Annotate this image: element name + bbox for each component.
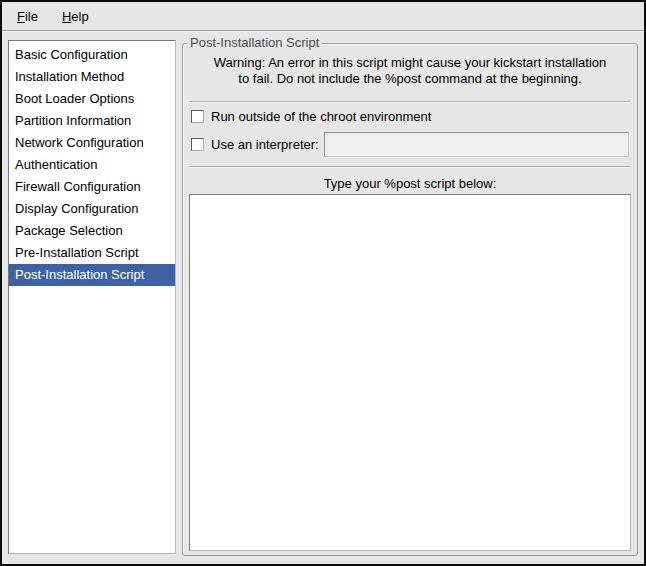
sidebar-item-firewall-configuration[interactable]: Firewall Configuration (9, 176, 175, 198)
frame-legend: Post-Installation Script (187, 35, 322, 51)
section-list: Basic Configuration Installation Method … (8, 40, 176, 554)
post-installation-script-frame: Post-Installation Script Warning: An err… (182, 43, 638, 556)
chroot-checkbox[interactable] (191, 110, 204, 123)
sidebar-item-boot-loader-options[interactable]: Boot Loader Options (9, 88, 175, 110)
warning-text: Warning: An error in this script might c… (183, 55, 637, 87)
menu-file[interactable]: File (8, 6, 47, 27)
interpreter-input[interactable] (324, 132, 629, 157)
kickstart-configurator-window: File Help Basic Configuration Installati… (0, 0, 646, 566)
separator (189, 101, 631, 103)
sidebar-item-post-installation-script[interactable]: Post-Installation Script (9, 264, 175, 286)
separator (189, 166, 631, 168)
post-script-textarea[interactable] (189, 194, 631, 551)
warning-line-1: Warning: An error in this script might c… (183, 55, 637, 71)
chroot-checkbox-row[interactable]: Run outside of the chroot environment (191, 107, 629, 125)
sidebar-item-authentication[interactable]: Authentication (9, 154, 175, 176)
menu-bar: File Help (2, 2, 644, 31)
interpreter-checkbox-label: Use an interpreter: (211, 137, 319, 152)
sidebar-item-display-configuration[interactable]: Display Configuration (9, 198, 175, 220)
warning-line-2: to fail. Do not include the %post comman… (183, 71, 637, 87)
script-area-label: Type your %post script below: (183, 176, 637, 192)
sidebar-item-basic-configuration[interactable]: Basic Configuration (9, 44, 175, 66)
sidebar-item-partition-information[interactable]: Partition Information (9, 110, 175, 132)
interpreter-checkbox[interactable] (191, 138, 204, 151)
interpreter-checkbox-row: Use an interpreter: (191, 131, 629, 157)
chroot-checkbox-label: Run outside of the chroot environment (211, 109, 431, 124)
sidebar-item-pre-installation-script[interactable]: Pre-Installation Script (9, 242, 175, 264)
menu-help[interactable]: Help (53, 6, 98, 27)
sidebar-item-package-selection[interactable]: Package Selection (9, 220, 175, 242)
sidebar-item-network-configuration[interactable]: Network Configuration (9, 132, 175, 154)
sidebar-item-installation-method[interactable]: Installation Method (9, 66, 175, 88)
